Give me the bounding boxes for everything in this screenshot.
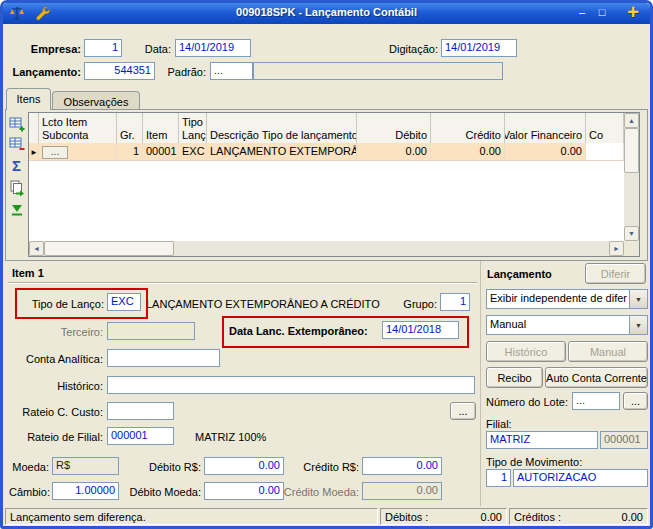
lcto-lookup-button[interactable]: ... [42, 146, 68, 159]
digitacao-field[interactable]: 14/01/2019 [441, 39, 517, 57]
historico-button: Histórico [486, 341, 566, 362]
cambio-field[interactable]: 1.00000 [52, 482, 119, 500]
current-row-indicator: ► [29, 143, 39, 160]
plus-icon[interactable]: + [624, 2, 642, 22]
numero-lote-field[interactable]: ... [572, 392, 620, 410]
rateio-filial-desc: MATRIZ 100% [195, 430, 266, 444]
cell-debito[interactable]: 0.00 [357, 143, 431, 160]
historico-label: Histórico: [49, 379, 103, 393]
debito-rs-field[interactable]: 0.00 [204, 457, 284, 475]
manual-button: Manual [568, 341, 648, 362]
numero-lote-label: Número do Lote: [486, 395, 568, 409]
lancamento-field[interactable]: 544351 [84, 62, 155, 80]
statusbar-message: Lançamento sem diferença. [5, 508, 378, 525]
cell-item[interactable]: 00001 [143, 143, 179, 160]
data-extemporaneo-label: Data Lanc. Extemporâneo: [229, 324, 368, 338]
lancamento-label: Lançamento: [5, 65, 81, 79]
auto-conta-corrente-button[interactable]: Auto Conta Corrente [545, 367, 648, 388]
grid-col-lcto-subconta[interactable]: Lcto ItemSubconta [39, 113, 117, 143]
scroll-left-button[interactable]: ◄ [29, 241, 44, 256]
terceiro-label: Terceiro: [51, 325, 103, 339]
cell-gr[interactable]: 1 [117, 143, 143, 160]
grupo-field[interactable]: 1 [440, 293, 470, 311]
tipo-lancamento-combo[interactable]: Manual ▼ [486, 315, 648, 335]
numero-lote-lookup-button[interactable]: ... [623, 392, 648, 410]
cell-credito[interactable]: 0.00 [431, 143, 505, 160]
exibir-diferido-combo[interactable]: Exibir independente de difer ▼ [486, 289, 648, 309]
tab-observacoes[interactable]: Observações [52, 91, 140, 110]
scroll-down-button[interactable]: ▼ [624, 226, 639, 241]
credito-moeda-label: Crédito Moeda: [279, 485, 359, 499]
grid-col-debito[interactable]: Débito [357, 113, 431, 143]
vertical-scroll-thumb[interactable] [624, 128, 639, 173]
credito-rs-field[interactable]: 0.00 [362, 457, 442, 475]
recibo-button[interactable]: Recibo [486, 367, 543, 388]
panel-divider [480, 261, 481, 506]
copy-item-icon[interactable] [8, 179, 25, 196]
padrao-label: Padrão: [161, 65, 206, 79]
rateio-custo-field[interactable] [107, 402, 174, 420]
filial-code-field: 000001 [600, 431, 648, 449]
grid-col-tipo-lanc[interactable]: TipoLanç. [179, 113, 207, 143]
tab-itens[interactable]: Itens [6, 88, 51, 110]
maximize-button[interactable]: □ [594, 5, 610, 21]
empresa-label: Empresa: [11, 42, 81, 56]
data-field[interactable]: 14/01/2019 [175, 39, 251, 57]
chevron-down-icon[interactable]: ▼ [629, 316, 647, 334]
credito-rs-label: Crédito R$: [291, 460, 359, 474]
debito-moeda-field[interactable]: 0.00 [204, 482, 284, 500]
cambio-label: Câmbio: [9, 485, 49, 499]
item-section-divider [8, 282, 477, 283]
window-lancamento-contabil: 009018SPK - Lançamento Contábil – □ + Em… [0, 0, 653, 529]
scroll-right-button[interactable]: ► [609, 241, 624, 256]
add-item-icon[interactable] [8, 115, 25, 132]
grid-col-valor-financeiro[interactable]: Valor Financeiro [505, 113, 586, 143]
padrao-desc-field [253, 62, 503, 80]
itens-grid: Lcto ItemSubconta Gr. Item TipoLanç. Des… [28, 112, 640, 257]
diferir-button: Diferir [585, 263, 646, 284]
tipo-movimento-code-field[interactable]: 1 [486, 469, 511, 487]
scroll-up-button[interactable]: ▲ [624, 113, 639, 128]
filial-label: Filial: [486, 417, 512, 431]
cell-descricao[interactable]: LANÇAMENTO EXTEMPORÂNE [207, 143, 357, 160]
grid-col-item[interactable]: Item [143, 113, 179, 143]
minimize-button[interactable]: – [574, 5, 590, 21]
cell-lcto-subconta[interactable]: ... [39, 143, 117, 160]
grupo-label: Grupo: [397, 297, 437, 311]
grid-col-descricao[interactable]: Descrição Tipo de lançamento [207, 113, 357, 143]
statusbar-debitos: Débitos : 0.00 [380, 508, 507, 525]
padrao-lookup-field[interactable]: ... [210, 62, 253, 80]
tipo-lancto-field[interactable]: EXC [107, 293, 141, 311]
conta-analitica-label: Conta Analítica: [23, 352, 103, 366]
grid-indicator-header [29, 113, 39, 143]
tipo-lancto-label: Tipo de Lanço: [19, 297, 104, 311]
sum-icon[interactable]: Σ [8, 157, 25, 174]
debito-rs-label: Débito R$: [133, 460, 201, 474]
digitacao-label: Digitação: [381, 42, 438, 56]
grid-col-co[interactable]: Co [586, 113, 624, 143]
credito-moeda-field: 0.00 [362, 482, 442, 500]
grid-row[interactable]: ► ... 1 00001 EXC LANÇAMENTO EXTEMPORÂNE… [29, 143, 624, 161]
tipo-movimento-field[interactable]: AUTORIZACAO [513, 469, 648, 487]
moeda-label: Moeda: [9, 460, 49, 474]
titlebar[interactable]: 009018SPK - Lançamento Contábil – □ + [3, 3, 650, 24]
cell-tipo-lanc[interactable]: EXC [179, 143, 207, 160]
grid-col-gr[interactable]: Gr. [117, 113, 143, 143]
data-extemporaneo-field[interactable]: 14/01/2018 [382, 321, 459, 339]
rateio-custo-lookup-button[interactable]: ... [450, 402, 476, 420]
go-last-item-icon[interactable] [8, 201, 25, 218]
statusbar-creditos: Créditos : 0.00 [509, 508, 648, 525]
filial-field[interactable]: MATRIZ [486, 431, 598, 449]
horizontal-scroll-thumb[interactable] [44, 241, 174, 256]
delete-item-icon[interactable] [8, 135, 25, 152]
cell-valor-financeiro[interactable]: 0.00 [505, 143, 586, 160]
cell-co[interactable] [586, 143, 624, 160]
rateio-custo-label: Rateio C. Custo: [18, 405, 103, 419]
conta-analitica-field[interactable] [107, 349, 220, 367]
window-title: 009018SPK - Lançamento Contábil [3, 6, 650, 18]
rateio-filial-field[interactable]: 000001 [107, 427, 174, 445]
empresa-field[interactable]: 1 [84, 39, 122, 57]
grid-col-credito[interactable]: Crédito [431, 113, 505, 143]
historico-field[interactable] [107, 376, 475, 394]
chevron-down-icon[interactable]: ▼ [629, 290, 647, 308]
